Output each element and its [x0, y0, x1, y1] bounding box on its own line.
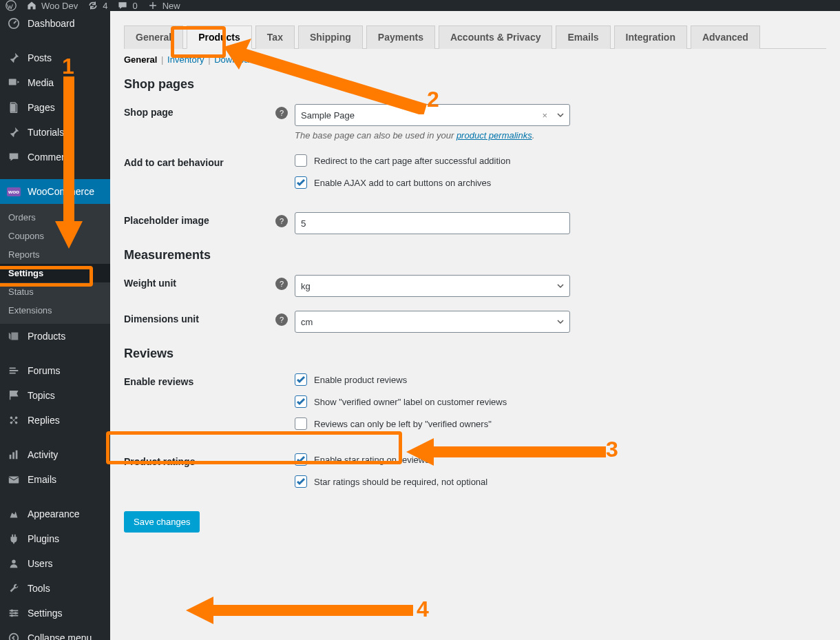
- checkbox-label: Star ratings should be required, not opt…: [314, 477, 487, 487]
- sidebar-item-posts[interactable]: Posts: [0, 45, 110, 70]
- activity-icon: [7, 448, 21, 462]
- submenu-item-settings[interactable]: Settings: [0, 264, 110, 282]
- svg-rect-10: [16, 451, 18, 460]
- sidebar-item-media[interactable]: Media: [0, 70, 110, 95]
- sidebar-item-replies[interactable]: Replies: [0, 408, 110, 433]
- sidebar-item-tools[interactable]: Tools: [0, 576, 110, 601]
- tab-integration[interactable]: Integration: [614, 25, 687, 49]
- label-add-to-cart: Add to cart behaviour: [124, 154, 275, 168]
- tab-payments[interactable]: Payments: [366, 25, 435, 49]
- comment-icon: [7, 150, 21, 164]
- subtab-inventory[interactable]: Inventory: [167, 54, 204, 65]
- new-label: New: [162, 1, 180, 11]
- shop-page-desc: The base page can also be used in your p…: [295, 130, 584, 141]
- checkbox-verified-label[interactable]: [295, 395, 307, 408]
- submenu-item-extensions[interactable]: Extensions: [0, 301, 110, 320]
- sidebar-label: Plugins: [28, 533, 59, 544]
- replies-icon: [7, 413, 21, 427]
- sidebar-label: Emails: [28, 474, 56, 485]
- sidebar-item-dashboard[interactable]: Dashboard: [0, 11, 110, 36]
- tab-tax[interactable]: Tax: [255, 25, 295, 49]
- comment-icon: [117, 0, 128, 11]
- tab-products[interactable]: Products: [187, 25, 252, 49]
- product-permalinks-link[interactable]: product permalinks: [456, 130, 532, 141]
- checkbox-redirect-cart[interactable]: [295, 154, 307, 167]
- svg-marker-24: [186, 597, 413, 624]
- annotation-number-4: 4: [417, 597, 429, 622]
- submenu-item-orders[interactable]: Orders: [0, 208, 110, 227]
- site-name[interactable]: Woo Dev: [26, 0, 78, 11]
- appearance-icon: [7, 507, 21, 521]
- sidebar-item-comments[interactable]: Comments: [0, 145, 110, 169]
- chevron-down-icon: [557, 110, 564, 121]
- sidebar-label: WooCommerce: [28, 186, 94, 197]
- submenu-item-reports[interactable]: Reports: [0, 245, 110, 264]
- topics-icon: [7, 389, 21, 402]
- sidebar-label: Settings: [28, 608, 63, 619]
- subtab-general[interactable]: General: [124, 54, 157, 65]
- settings-tabs: General Products Tax Shipping Payments A…: [124, 25, 826, 49]
- users-icon: [7, 557, 21, 570]
- tab-advanced[interactable]: Advanced: [691, 25, 760, 49]
- updates[interactable]: 4: [87, 0, 107, 11]
- select-value: cm: [301, 317, 313, 327]
- submenu-item-coupons[interactable]: Coupons: [0, 227, 110, 245]
- svg-rect-8: [10, 455, 12, 459]
- help-icon[interactable]: ?: [275, 107, 288, 119]
- sidebar-item-woocommerce[interactable]: woo WooCommerce: [0, 179, 110, 204]
- help-icon[interactable]: ?: [275, 278, 288, 290]
- pin-icon: [7, 125, 21, 139]
- sidebar-item-tutorials[interactable]: Tutorials: [0, 120, 110, 145]
- clear-icon[interactable]: ×: [542, 110, 547, 121]
- chevron-down-icon: [557, 281, 564, 291]
- new-content[interactable]: New: [147, 0, 180, 11]
- tab-accounts-privacy[interactable]: Accounts & Privacy: [439, 25, 553, 49]
- checkbox-enable-reviews[interactable]: [295, 373, 307, 386]
- help-icon[interactable]: ?: [275, 313, 288, 326]
- checkbox-star-rating[interactable]: [295, 453, 307, 466]
- sidebar-item-products[interactable]: Products: [0, 324, 110, 349]
- sidebar-label: Collapse menu: [28, 632, 92, 640]
- comments-count: 0: [132, 1, 137, 11]
- label-placeholder-image: Placeholder image: [124, 212, 275, 226]
- sidebar-item-users[interactable]: Users: [0, 551, 110, 576]
- collapse-icon: [7, 631, 21, 640]
- tab-shipping[interactable]: Shipping: [298, 25, 363, 49]
- tab-emails[interactable]: Emails: [556, 25, 610, 49]
- section-reviews: Reviews: [124, 347, 826, 361]
- update-icon: [87, 0, 98, 11]
- svg-rect-2: [9, 79, 17, 85]
- products-icon: [7, 329, 21, 343]
- sidebar-label: Posts: [28, 52, 52, 63]
- sidebar-item-plugins[interactable]: Plugins: [0, 526, 110, 551]
- sidebar-item-appearance[interactable]: Appearance: [0, 502, 110, 526]
- sidebar-label: Topics: [28, 390, 55, 401]
- submenu-item-status[interactable]: Status: [0, 282, 110, 301]
- sidebar-item-collapse[interactable]: Collapse menu: [0, 626, 110, 640]
- help-icon[interactable]: ?: [275, 215, 288, 227]
- sidebar-item-emails[interactable]: Emails: [0, 467, 110, 492]
- save-changes-button[interactable]: Save changes: [124, 511, 200, 533]
- comments[interactable]: 0: [117, 0, 137, 11]
- checkbox-ratings-required[interactable]: [295, 475, 307, 488]
- checkbox-ajax-cart[interactable]: [295, 176, 307, 189]
- wp-logo[interactable]: [6, 0, 17, 11]
- sidebar-label: Users: [28, 558, 53, 569]
- weight-unit-select[interactable]: kg: [295, 275, 570, 297]
- label-dimensions-unit: Dimensions unit: [124, 311, 275, 324]
- sidebar-item-settings[interactable]: Settings: [0, 601, 110, 626]
- shop-page-select[interactable]: Sample Page ×: [295, 104, 570, 126]
- sidebar-item-topics[interactable]: Topics: [0, 383, 110, 408]
- admin-bar: Woo Dev 4 0 New: [0, 0, 840, 11]
- sidebar-label: Forums: [28, 365, 60, 376]
- subtab-downloadable[interactable]: Downloadable: [214, 54, 271, 65]
- sidebar-item-pages[interactable]: Pages: [0, 95, 110, 120]
- placeholder-image-input[interactable]: [295, 212, 570, 234]
- tab-general[interactable]: General: [124, 25, 183, 49]
- sidebar-item-forums[interactable]: Forums: [0, 358, 110, 383]
- svg-point-17: [14, 612, 17, 615]
- sidebar-item-activity[interactable]: Activity: [0, 442, 110, 467]
- checkbox-only-verified[interactable]: [295, 417, 307, 430]
- dimensions-unit-select[interactable]: cm: [295, 311, 570, 333]
- svg-point-12: [12, 560, 15, 564]
